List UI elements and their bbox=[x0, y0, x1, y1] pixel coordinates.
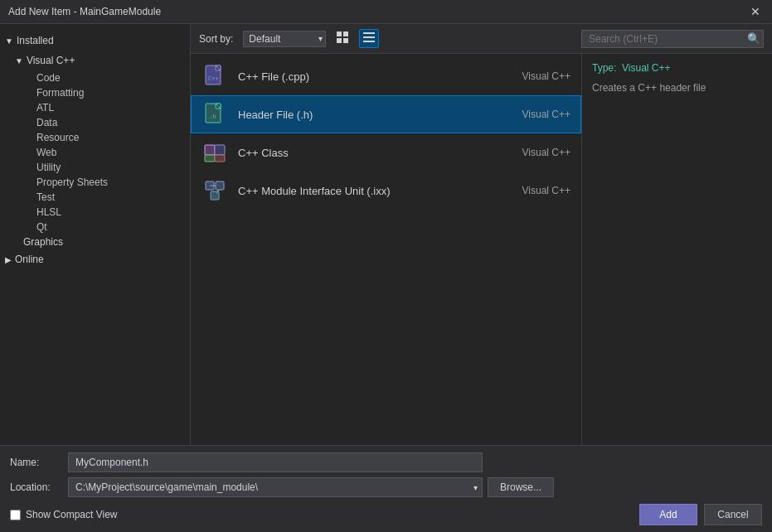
search-wrap: 🔍 bbox=[581, 30, 764, 48]
svg-rect-17 bbox=[205, 155, 215, 162]
arrow-icon-online: ▶ bbox=[5, 255, 12, 264]
toolbar: Sort by: Default Name Type bbox=[191, 24, 772, 54]
item-category-header-file: Visual C++ bbox=[522, 109, 571, 120]
desc-type-value: Visual C++ bbox=[622, 62, 670, 74]
svg-rect-5 bbox=[363, 36, 375, 38]
sort-label: Sort by: bbox=[199, 33, 233, 45]
svg-text:.h: .h bbox=[209, 114, 216, 120]
location-select-wrap: C:\MyProject\source\game\main_module\ bbox=[68, 477, 483, 497]
item-name-cpp-class: C++ Class bbox=[238, 147, 522, 159]
add-button[interactable]: Add bbox=[639, 504, 697, 525]
desc-type: Type: Visual C++ bbox=[592, 62, 762, 74]
tree-item-installed[interactable]: ▼ Installed bbox=[0, 31, 190, 51]
tree-item-resource[interactable]: Resource bbox=[0, 130, 190, 145]
item-row-cpp-file[interactable]: C++ C++ File (.cpp) Visual C++ bbox=[191, 57, 581, 95]
compact-view-text: Show Compact View bbox=[26, 509, 118, 520]
tree-item-graphics[interactable]: Graphics bbox=[0, 235, 190, 249]
items-list: C++ C++ File (.cpp) Visual C++ .h bbox=[191, 54, 581, 445]
title-bar: Add New Item - MainGameModule ✕ bbox=[0, 0, 772, 24]
svg-rect-20 bbox=[216, 181, 224, 190]
footer-row: Show Compact View Add Cancel bbox=[10, 504, 762, 525]
svg-rect-15 bbox=[205, 145, 215, 155]
left-panel: ▼ Installed ▼ Visual C++ Code Formatting… bbox=[0, 24, 191, 445]
item-row-cpp-module[interactable]: C++ Module Interface Unit (.ixx) Visual … bbox=[191, 172, 581, 210]
sort-select[interactable]: Default Name Type bbox=[243, 31, 326, 47]
svg-rect-1 bbox=[343, 31, 348, 36]
svg-rect-3 bbox=[343, 38, 348, 43]
tree-item-visual-cpp[interactable]: ▼ Visual C++ bbox=[0, 51, 190, 70]
svg-rect-21 bbox=[211, 191, 219, 200]
name-row: Name: bbox=[10, 452, 762, 472]
item-row-header-file[interactable]: .h Header File (.h) Visual C++ bbox=[191, 95, 581, 133]
compact-view-checkbox[interactable] bbox=[10, 510, 21, 520]
tree-item-online[interactable]: ▶ Online bbox=[0, 249, 190, 269]
browse-button[interactable]: Browse... bbox=[488, 477, 554, 497]
cpp-file-icon-wrap: C++ bbox=[201, 63, 228, 89]
tree-item-atl[interactable]: ATL bbox=[0, 100, 190, 115]
svg-rect-18 bbox=[215, 155, 225, 162]
tree-item-web[interactable]: Web bbox=[0, 145, 190, 160]
arrow-icon: ▼ bbox=[5, 36, 13, 46]
svg-rect-2 bbox=[337, 38, 342, 43]
tree-item-test[interactable]: Test bbox=[0, 190, 190, 205]
name-label: Name: bbox=[10, 457, 68, 468]
item-name-cpp-module: C++ Module Interface Unit (.ixx) bbox=[238, 185, 522, 197]
svg-rect-4 bbox=[363, 32, 375, 34]
bottom-bar: Name: Location: C:\MyProject\source\game… bbox=[0, 445, 772, 532]
cpp-module-icon-wrap bbox=[201, 177, 228, 204]
window-title: Add New Item - MainGameModule bbox=[8, 6, 161, 17]
item-name-cpp-file: C++ File (.cpp) bbox=[238, 70, 522, 83]
desc-text: Creates a C++ header file bbox=[592, 80, 762, 95]
tree-item-hlsl[interactable]: HLSL bbox=[0, 205, 190, 220]
tree-item-qt[interactable]: Qt bbox=[0, 220, 190, 235]
compact-view-label[interactable]: Show Compact View bbox=[10, 509, 118, 520]
arrow-icon-cpp: ▼ bbox=[15, 56, 23, 65]
visual-cpp-label: Visual C++ bbox=[27, 55, 75, 66]
installed-label: Installed bbox=[17, 35, 54, 46]
online-label: Online bbox=[15, 254, 44, 265]
search-input[interactable] bbox=[581, 30, 764, 48]
svg-text:C++: C++ bbox=[208, 75, 219, 82]
sort-select-wrap: Default Name Type bbox=[243, 31, 326, 47]
view-grid-button[interactable] bbox=[333, 29, 352, 48]
right-panel: Sort by: Default Name Type bbox=[191, 24, 772, 445]
cancel-button[interactable]: Cancel bbox=[704, 504, 762, 525]
item-category-cpp-class: Visual C++ bbox=[522, 147, 571, 158]
item-category-cpp-module: Visual C++ bbox=[522, 185, 571, 196]
svg-rect-0 bbox=[337, 31, 342, 36]
tree-item-code[interactable]: Code bbox=[0, 70, 190, 85]
search-icon[interactable]: 🔍 bbox=[747, 32, 760, 45]
close-button[interactable]: ✕ bbox=[747, 5, 764, 18]
location-row: Location: C:\MyProject\source\game\main_… bbox=[10, 477, 762, 497]
tree-item-property-sheets[interactable]: Property Sheets bbox=[0, 175, 190, 190]
tree-item-utility[interactable]: Utility bbox=[0, 160, 190, 175]
item-category-cpp-file: Visual C++ bbox=[522, 70, 571, 82]
main-content: ▼ Installed ▼ Visual C++ Code Formatting… bbox=[0, 24, 772, 445]
header-file-icon-wrap: .h bbox=[201, 101, 228, 128]
tree-item-formatting[interactable]: Formatting bbox=[0, 85, 190, 100]
item-name-header-file: Header File (.h) bbox=[238, 109, 522, 121]
name-input[interactable] bbox=[68, 452, 483, 472]
footer-buttons: Add Cancel bbox=[639, 504, 762, 525]
view-list-button[interactable] bbox=[359, 29, 379, 48]
tree-item-data[interactable]: Data bbox=[0, 115, 190, 130]
svg-rect-16 bbox=[215, 145, 225, 155]
cpp-class-icon-wrap bbox=[201, 139, 228, 166]
description-panel: Type: Visual C++ Creates a C++ header fi… bbox=[581, 54, 772, 445]
svg-rect-6 bbox=[363, 41, 375, 42]
location-select[interactable]: C:\MyProject\source\game\main_module\ bbox=[68, 477, 483, 497]
desc-type-label: Type: bbox=[592, 62, 616, 74]
location-label: Location: bbox=[10, 481, 68, 493]
item-row-cpp-class[interactable]: C++ Class Visual C++ bbox=[191, 133, 581, 172]
